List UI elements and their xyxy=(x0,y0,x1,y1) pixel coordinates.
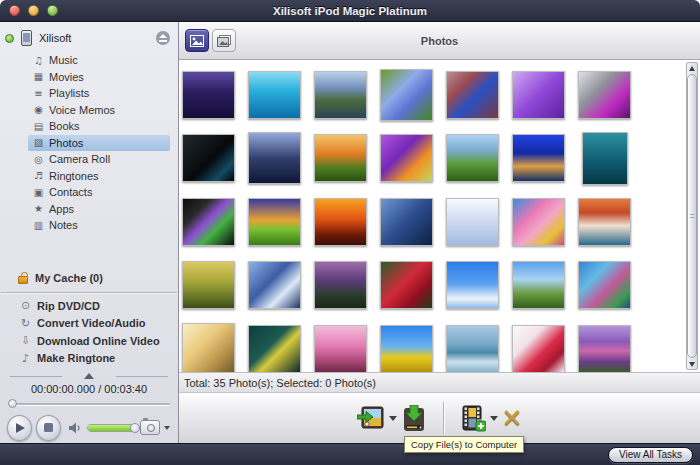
add-file-button[interactable] xyxy=(458,405,500,432)
sidebar-item-ringtones[interactable]: ♬Ringtones xyxy=(28,168,170,185)
playlists-icon: ≡ xyxy=(31,88,46,99)
photo-thumb-autumn-park[interactable] xyxy=(182,261,235,309)
photo-thumb-tropical-lagoon[interactable] xyxy=(248,71,301,119)
photo-thumb-rainbow-rose[interactable] xyxy=(182,198,235,246)
photo-thumb-daisy-sky[interactable] xyxy=(446,261,499,309)
volume-slider[interactable] xyxy=(87,424,140,432)
play-button[interactable] xyxy=(7,415,32,441)
sidebar-item-books[interactable]: ▤Books xyxy=(28,118,170,135)
voice-memos-icon: ◉ xyxy=(31,104,46,115)
photo-thumb-lupine-field-sunset[interactable] xyxy=(578,325,631,372)
photo-thumb-sunflower-field[interactable] xyxy=(380,325,433,372)
photo-thumb-waterfall[interactable] xyxy=(446,325,499,372)
photo-thumb-pink-blossom-collage[interactable] xyxy=(512,198,565,246)
sidebar-item-label: Contacts xyxy=(49,186,92,198)
photo-thumb-orange-sunset-lake[interactable] xyxy=(314,198,367,246)
photo-thumb-purple-poppies[interactable] xyxy=(380,134,433,182)
photo-thumb-yellow-butterfly-dark[interactable] xyxy=(248,325,301,372)
photo-thumb-red-rose[interactable] xyxy=(380,261,433,309)
photo-thumb-ice-angel[interactable] xyxy=(446,198,499,246)
apps-icon: ★ xyxy=(31,203,46,214)
sidebar-item-contacts[interactable]: ▣Contacts xyxy=(28,184,170,201)
sidebar-divider xyxy=(1,292,177,293)
collapse-player-button[interactable] xyxy=(0,370,178,383)
sidebar-item-label: Movies xyxy=(49,71,84,83)
photo-thumb-autumn-sunrise-farm[interactable] xyxy=(314,134,367,182)
photo-thumb-black-cat-blue-eyes[interactable] xyxy=(182,134,235,182)
scroll-down-button[interactable] xyxy=(687,359,697,369)
sidebar-tool-make-ringtone[interactable]: ♪Make Ringtone xyxy=(0,350,178,368)
photo-thumb-blue-butterfly[interactable] xyxy=(380,69,433,121)
disc-icon: ⊙ xyxy=(18,299,33,312)
photo-thumb-white-horse[interactable] xyxy=(446,134,499,182)
sidebar-tool-rip-dvd-cd[interactable]: ⊙Rip DVD/CD xyxy=(0,297,178,315)
photo-thumb-sunset-meadow[interactable] xyxy=(248,198,301,246)
albums-view-button[interactable] xyxy=(212,29,236,52)
scroll-up-button[interactable] xyxy=(687,63,697,73)
sidebar-item-playlists[interactable]: ≡Playlists xyxy=(28,85,170,102)
photo-thumb-pink-spring-trees[interactable] xyxy=(314,325,367,372)
toolbar-separator xyxy=(443,402,444,434)
page-title: Photos xyxy=(179,35,700,47)
seek-thumb[interactable] xyxy=(8,399,17,408)
play-icon xyxy=(16,423,25,433)
delete-button[interactable]: ✕ xyxy=(500,406,525,431)
sidebar-item-my-cache[interactable]: My Cache (0) xyxy=(0,268,178,288)
eject-button[interactable] xyxy=(156,31,170,45)
photo-thumb-blue-planets[interactable] xyxy=(380,198,433,246)
sidebar-item-notes[interactable]: ▥Notes xyxy=(28,217,170,234)
photos-view-button[interactable] xyxy=(185,29,209,52)
photo-thumb-blue-bird-blossoms[interactable] xyxy=(446,71,499,119)
photo-thumb-purple-christmas-tree[interactable] xyxy=(182,71,235,119)
sidebar-item-camera-roll[interactable]: ◎Camera Roll xyxy=(28,151,170,168)
photo-thumb-night-beach[interactable] xyxy=(512,134,565,182)
convert-arrows-icon: ↻ xyxy=(18,317,33,330)
sidebar-tool-download-online-video[interactable]: ⇩Download Online Video xyxy=(0,332,178,350)
sidebar-item-movies[interactable]: ▦Movies xyxy=(28,69,170,86)
photo-thumb-mountain-lake[interactable] xyxy=(314,71,367,119)
snapshot-dropdown-caret[interactable] xyxy=(164,426,170,430)
sidebar-device-row[interactable]: Xilisoft xyxy=(0,27,178,49)
sidebar-spacer xyxy=(0,234,178,269)
photo-thumb-red-roses-gift[interactable] xyxy=(512,325,565,372)
scrollbar-thumb[interactable] xyxy=(687,74,697,358)
stop-button[interactable] xyxy=(36,415,61,441)
sidebar-item-music[interactable]: ♫Music xyxy=(28,52,170,69)
copy-to-device-button[interactable] xyxy=(355,405,399,431)
sidebar-item-apps[interactable]: ★Apps xyxy=(28,201,170,218)
photo-thumb-dome-resort-sunset[interactable] xyxy=(578,198,631,246)
sidebar-item-voice-memos[interactable]: ◉Voice Memos xyxy=(28,102,170,119)
status-text: Total: 35 Photo(s); Selected: 0 Photo(s) xyxy=(184,377,376,389)
view-all-tasks-button[interactable]: View All Tasks xyxy=(608,447,693,463)
chevron-up-icon xyxy=(84,373,94,379)
photo-thumb-swan-fantasy[interactable] xyxy=(248,261,301,309)
my-cache-label: My Cache (0) xyxy=(35,272,103,284)
photos-icon: ▨ xyxy=(31,137,46,148)
photo-thumb-glowing-purple-butterfly[interactable] xyxy=(512,71,565,119)
vertical-scrollbar[interactable] xyxy=(686,62,698,370)
photo-export-icon xyxy=(357,405,385,431)
sidebar-tool-label: Make Ringtone xyxy=(37,352,115,364)
photo-thumb-country-house-sky[interactable] xyxy=(512,261,565,309)
photo-thumb-twilight-meadow[interactable] xyxy=(314,261,367,309)
sidebar-item-photos[interactable]: ▨Photos xyxy=(28,135,170,152)
photo-thumb-bride-in-sunlight[interactable] xyxy=(182,323,235,372)
sidebar-tool-label: Convert Video/Audio xyxy=(37,317,146,329)
copy-to-computer-button[interactable] xyxy=(399,405,429,432)
lock-icon xyxy=(18,276,28,284)
photo-thumb-metal-purple-butterfly[interactable] xyxy=(578,71,631,119)
snapshot-button[interactable] xyxy=(140,420,160,435)
main-panel: Photos Total: xyxy=(179,22,700,443)
seek-slider[interactable] xyxy=(8,399,170,409)
photo-thumb-moonlight-angel[interactable] xyxy=(248,132,301,184)
sidebar-item-label: Books xyxy=(49,120,80,132)
volume-thumb[interactable] xyxy=(130,423,140,433)
player-controls xyxy=(0,409,178,443)
add-file-dropdown-caret[interactable] xyxy=(490,416,498,421)
photo-thumb-colorful-bubbles[interactable] xyxy=(578,261,631,309)
sidebar-tool-convert-video-audio[interactable]: ↻Convert Video/Audio xyxy=(0,315,178,333)
decor-line xyxy=(10,376,62,377)
scrollbar-grip xyxy=(690,214,694,218)
copy-to-device-dropdown-caret[interactable] xyxy=(389,416,397,421)
photo-thumb-mermaid-underwater[interactable] xyxy=(582,132,628,185)
